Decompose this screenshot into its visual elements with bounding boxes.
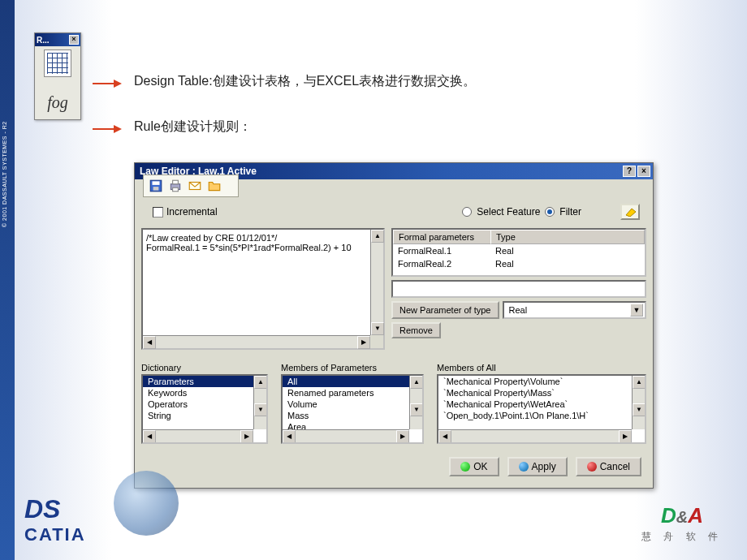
catia-logo-text: CATIA bbox=[24, 524, 86, 545]
list-item[interactable]: Mass bbox=[283, 410, 422, 421]
members-all-list[interactable]: `Mechanical Property\Volume` `Mechanical… bbox=[437, 374, 646, 444]
list-item[interactable]: `Mechanical Property\Mass` bbox=[438, 387, 645, 398]
toolbar-title: R... bbox=[37, 36, 50, 45]
dr-logo-a: A bbox=[688, 503, 703, 528]
param-header-name[interactable]: Formal parameters bbox=[393, 230, 490, 244]
scroll-up-button[interactable]: ▲ bbox=[633, 376, 646, 389]
list-item[interactable]: `Mechanical Property\WetArea` bbox=[438, 398, 645, 410]
scroll-up-button[interactable]: ▲ bbox=[410, 376, 423, 389]
expression-input[interactable] bbox=[391, 280, 646, 298]
scroll-down-button[interactable]: ▼ bbox=[410, 403, 423, 416]
ma-scrollbar[interactable]: ▲ ▼ bbox=[632, 376, 645, 429]
ok-button[interactable]: OK bbox=[449, 457, 499, 476]
scroll-corner bbox=[370, 335, 383, 348]
scroll-right-button[interactable]: ▶ bbox=[357, 336, 370, 349]
members-all-label: Members of All bbox=[437, 363, 646, 373]
members-params-label: Members of Parameters bbox=[281, 363, 424, 373]
rule-label: Rule创建设计规则： bbox=[134, 118, 252, 136]
select-feature-radio[interactable] bbox=[462, 207, 472, 217]
scroll-right-button[interactable]: ▶ bbox=[396, 430, 409, 443]
code-line-1: FormalReal.1 = 5*sin(5*PI*1rad*FormalRea… bbox=[146, 243, 380, 252]
cancel-dot-icon bbox=[587, 462, 597, 472]
list-item[interactable]: `Mechanical Property\Volume` bbox=[438, 376, 645, 387]
scroll-down-button[interactable]: ▼ bbox=[633, 403, 646, 416]
toolbar-close-button[interactable]: × bbox=[69, 35, 79, 45]
svg-marker-7 bbox=[626, 209, 636, 217]
param-row-1-name[interactable]: FormalReal.2 bbox=[393, 257, 490, 270]
scroll-up-button[interactable]: ▲ bbox=[371, 230, 384, 243]
mini-toolbar bbox=[143, 174, 239, 197]
svg-rect-1 bbox=[153, 181, 160, 185]
remove-button[interactable]: Remove bbox=[391, 322, 441, 338]
list-item[interactable]: `Open_body.1\Point.1\On Plane.1\H` bbox=[438, 410, 645, 421]
chevron-down-icon: ▼ bbox=[630, 304, 643, 317]
scroll-down-button[interactable]: ▼ bbox=[254, 403, 267, 416]
mp-scrollbar[interactable]: ▲ ▼ bbox=[409, 376, 422, 429]
close-button[interactable]: × bbox=[637, 166, 650, 177]
code-line-0: /*Law created by CRE 01/12/01*/ bbox=[146, 233, 380, 243]
list-item[interactable]: Renamed parameters bbox=[283, 387, 422, 398]
law-editor-dialog: Law Editor : Law.1 Active ? × Incrementa… bbox=[134, 162, 654, 489]
incremental-checkbox[interactable] bbox=[153, 207, 163, 218]
filter-label: Filter bbox=[559, 206, 581, 218]
print-icon[interactable] bbox=[168, 179, 183, 193]
cancel-button[interactable]: Cancel bbox=[576, 457, 641, 476]
arrow-to-design-table bbox=[93, 80, 122, 88]
filter-radio[interactable] bbox=[545, 207, 555, 217]
scroll-down-button[interactable]: ▼ bbox=[371, 322, 384, 335]
ma-scrollbar-h[interactable]: ◀ ▶ bbox=[438, 429, 632, 442]
mail-icon[interactable] bbox=[188, 179, 202, 193]
mp-scrollbar-h[interactable]: ◀ ▶ bbox=[283, 429, 409, 442]
design-table-tool[interactable] bbox=[44, 50, 71, 77]
dr-logo-amp: & bbox=[676, 508, 688, 526]
list-item[interactable]: All bbox=[283, 376, 422, 387]
scroll-up-button[interactable]: ▲ bbox=[254, 376, 267, 389]
scroll-left-button[interactable]: ◀ bbox=[283, 430, 296, 443]
dictionary-label: Dictionary bbox=[141, 363, 268, 373]
left-decorative-stripe: © 2001 DASSAULT SYSTEMES - R2 bbox=[0, 0, 15, 560]
members-params-list[interactable]: All Renamed parameters Volume Mass Area … bbox=[281, 374, 424, 444]
toolbar-titlebar[interactable]: R... × bbox=[35, 33, 80, 46]
code-scrollbar-vertical[interactable]: ▲ ▼ bbox=[370, 230, 383, 335]
dictionary-list[interactable]: Parameters Keywords Operators String ▲ ▼… bbox=[141, 374, 268, 444]
fog-rule-tool[interactable]: fog bbox=[44, 88, 71, 116]
help-button[interactable]: ? bbox=[623, 166, 636, 177]
dict-scrollbar[interactable]: ▲ ▼ bbox=[253, 376, 266, 429]
incremental-checkbox-group: Incremental bbox=[153, 206, 218, 218]
param-row-0-type: Real bbox=[490, 244, 645, 257]
scroll-right-button[interactable]: ▶ bbox=[240, 430, 253, 443]
list-item[interactable]: Keywords bbox=[143, 387, 266, 398]
svg-rect-4 bbox=[173, 180, 179, 184]
code-textarea[interactable]: /*Law created by CRE 01/12/01*/ FormalRe… bbox=[141, 228, 385, 350]
design-table-label: Design Table:创建设计表格，与EXCEL表格进行数据交换。 bbox=[134, 73, 476, 90]
ok-label: OK bbox=[473, 461, 487, 472]
new-parameter-button[interactable]: New Parameter of type bbox=[391, 301, 499, 319]
dict-scrollbar-h[interactable]: ◀ ▶ bbox=[143, 429, 253, 442]
folder-icon[interactable] bbox=[207, 179, 222, 193]
save-icon[interactable] bbox=[149, 179, 163, 193]
scroll-left-button[interactable]: ◀ bbox=[438, 430, 451, 443]
svg-rect-2 bbox=[153, 187, 159, 191]
list-item[interactable]: Volume bbox=[283, 398, 422, 410]
copyright-text: © 2001 DASSAULT SYSTEMES - R2 bbox=[2, 121, 7, 227]
list-item[interactable]: Operators bbox=[143, 398, 266, 410]
globe-decoration bbox=[114, 471, 179, 536]
select-feature-label: Select Feature bbox=[477, 206, 540, 218]
dr-logo: D&A 慧 舟 软 件 bbox=[641, 503, 723, 544]
param-row-0-name[interactable]: FormalReal.1 bbox=[393, 244, 490, 257]
scroll-left-button[interactable]: ◀ bbox=[143, 430, 156, 443]
list-item[interactable]: Parameters bbox=[143, 376, 266, 387]
parameter-table[interactable]: Formal parameters Type FormalReal.1 Real… bbox=[391, 228, 646, 277]
scroll-left-button[interactable]: ◀ bbox=[143, 336, 156, 349]
param-header-type[interactable]: Type bbox=[490, 230, 645, 244]
list-item[interactable]: String bbox=[143, 410, 266, 421]
ds-logo-text: DS bbox=[24, 494, 86, 524]
catia-logo: DS CATIA bbox=[24, 494, 86, 545]
eraser-button[interactable] bbox=[620, 204, 640, 220]
scroll-right-button[interactable]: ▶ bbox=[619, 430, 632, 443]
dr-logo-sub: 慧 舟 软 件 bbox=[641, 530, 723, 544]
type-select[interactable]: Real ▼ bbox=[503, 301, 647, 319]
ok-dot-icon bbox=[460, 462, 470, 472]
apply-button[interactable]: Apply bbox=[507, 457, 568, 476]
code-scrollbar-horizontal[interactable]: ◀ ▶ bbox=[143, 335, 370, 348]
